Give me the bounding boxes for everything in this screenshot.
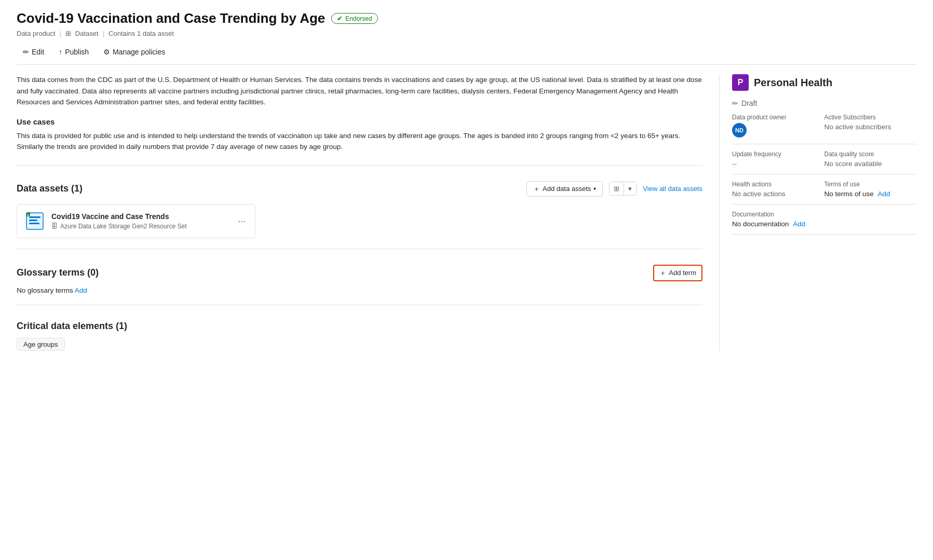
check-icon: ✔ — [337, 15, 343, 22]
glossary-header: Glossary terms (0) ＋ Add term — [17, 265, 702, 281]
dataset-icon: ⊞ — [65, 30, 71, 37]
data-assets-title: Data assets (1) — [17, 183, 83, 194]
glossary-section: Glossary terms (0) ＋ Add term No glossar… — [17, 265, 702, 294]
breadcrumb-sep2: | — [103, 30, 104, 37]
breadcrumb-dataset: Dataset — [75, 30, 99, 37]
divider-1 — [17, 165, 702, 166]
manage-policies-label: Manage policies — [113, 48, 165, 56]
terms-add-link[interactable]: Add — [878, 190, 890, 198]
draft-icon: ✏ — [732, 99, 738, 107]
rp-terms-text: No terms of use — [824, 190, 874, 198]
rp-health-actions-value: No active actions — [732, 190, 824, 198]
publish-label: Publish — [65, 48, 89, 56]
toolbar: ✏ Edit ↑ Publish ⚙ Manage policies — [17, 45, 916, 65]
divider-3 — [17, 305, 702, 305]
rp-subscribers-label: Active Subscribers — [824, 114, 917, 121]
rp-frequency-value: -- — [732, 160, 824, 168]
rp-docs-label: Documentation — [732, 211, 916, 218]
cde-title: Critical data elements (1) — [17, 321, 702, 332]
rp-frequency-cell: Update frequency -- — [732, 144, 824, 174]
breadcrumb: Data product | ⊞ Dataset | Contains 1 da… — [17, 30, 916, 37]
edit-button[interactable]: ✏ Edit — [17, 45, 50, 59]
rp-header: P Personal Health — [732, 74, 916, 91]
rp-status-label: Draft — [741, 99, 757, 107]
cde-tag: Age groups — [17, 338, 65, 351]
divider-2 — [17, 249, 702, 249]
endorsed-label: Endorsed — [345, 15, 372, 22]
toggle-chevron-button[interactable]: ▾ — [624, 182, 636, 195]
endorsed-badge: ✔ Endorsed — [331, 13, 377, 24]
rp-terms-value: No terms of use Add — [824, 190, 917, 198]
critical-data-elements-section: Critical data elements (1) Age groups — [17, 321, 702, 351]
add-data-assets-button[interactable]: ＋ Add data assets ▾ — [526, 181, 603, 197]
grid-view-button[interactable]: ⊞ — [610, 182, 624, 195]
rp-health-actions-label: Health actions — [732, 181, 824, 188]
asset-type-icon: 🗄 — [51, 223, 58, 230]
rp-status: ✏ Draft — [732, 99, 916, 107]
right-panel: P Personal Health ✏ Draft Data product o… — [719, 74, 916, 351]
add-term-label: Add term — [669, 269, 696, 277]
glossary-add-link[interactable]: Add — [75, 286, 87, 294]
rp-subscribers-cell: Active Subscribers No active subscribers — [824, 107, 917, 144]
description-text: This data comes from the CDC as part of … — [17, 74, 702, 108]
publish-icon: ↑ — [59, 48, 62, 56]
use-cases-heading: Use cases — [17, 117, 702, 126]
asset-card: D Covid19 Vaccine and Case Trends 🗄 Azur… — [17, 204, 255, 238]
rp-docs-text: No documentation — [732, 220, 789, 228]
rp-title: Personal Health — [754, 77, 832, 89]
rp-owner-value: ND — [732, 123, 824, 138]
data-assets-section-header: Data assets (1) ＋ Add data assets ▾ ⊞ ▾ … — [17, 181, 702, 197]
add-term-button[interactable]: ＋ Add term — [653, 265, 702, 281]
asset-name: Covid19 Vaccine and Case Trends — [51, 212, 247, 221]
rp-health-actions-cell: Health actions No active actions — [732, 174, 824, 204]
svg-rect-1 — [29, 216, 40, 218]
rp-owner-label: Data product owner — [732, 114, 824, 121]
docs-add-link[interactable]: Add — [793, 220, 805, 228]
use-cases-text: This data is provided for public use and… — [17, 130, 702, 153]
rp-quality-label: Data quality score — [824, 151, 917, 158]
view-toggle: ⊞ ▾ — [609, 182, 637, 196]
edit-icon: ✏ — [23, 48, 29, 56]
rp-owner-cell: Data product owner ND — [732, 107, 824, 144]
asset-info: Covid19 Vaccine and Case Trends 🗄 Azure … — [51, 212, 247, 230]
page-title: Covid-19 Vaccination and Case Trending b… — [17, 10, 325, 26]
rp-docs-cell: Documentation No documentation Add — [732, 204, 916, 235]
svg-text:D: D — [27, 213, 30, 216]
plus-icon: ＋ — [533, 184, 540, 194]
rp-terms-cell: Terms of use No terms of use Add — [824, 174, 917, 204]
breadcrumb-type: Data product — [17, 30, 55, 37]
breadcrumb-sep1: | — [59, 30, 61, 37]
owner-avatar: ND — [732, 123, 747, 138]
rp-frequency-label: Update frequency — [732, 151, 824, 158]
asset-type: 🗄 Azure Data Lake Storage Gen2 Resource … — [51, 223, 247, 230]
edit-label: Edit — [32, 48, 44, 56]
breadcrumb-contains: Contains 1 data asset — [109, 30, 174, 37]
asset-icon: D — [25, 212, 44, 230]
add-data-assets-label: Add data assets — [543, 185, 591, 193]
rp-docs-value: No documentation Add — [732, 220, 916, 228]
publish-button[interactable]: ↑ Publish — [52, 45, 95, 59]
asset-more-button[interactable]: ··· — [235, 213, 249, 228]
rp-info-grid: Data product owner ND Active Subscribers… — [732, 107, 916, 235]
rp-badge: P — [732, 74, 749, 91]
manage-policies-button[interactable]: ⚙ Manage policies — [97, 45, 171, 59]
policies-icon: ⚙ — [103, 48, 110, 56]
view-all-data-assets-link[interactable]: View all data assets — [643, 185, 702, 193]
rp-quality-value: No score available — [824, 160, 917, 168]
cde-tags: Age groups — [17, 338, 702, 351]
glossary-title: Glossary terms (0) — [17, 267, 99, 278]
glossary-empty-text: No glossary terms — [17, 286, 73, 294]
svg-rect-3 — [29, 223, 39, 224]
rp-quality-cell: Data quality score No score available — [824, 144, 917, 174]
svg-rect-2 — [29, 220, 37, 221]
asset-type-label: Azure Data Lake Storage Gen2 Resource Se… — [60, 223, 186, 230]
add-term-plus-icon: ＋ — [659, 268, 666, 278]
chevron-down-icon: ▾ — [593, 186, 596, 192]
rp-terms-label: Terms of use — [824, 181, 917, 188]
glossary-empty: No glossary terms Add — [17, 286, 702, 294]
rp-subscribers-value: No active subscribers — [824, 123, 917, 131]
